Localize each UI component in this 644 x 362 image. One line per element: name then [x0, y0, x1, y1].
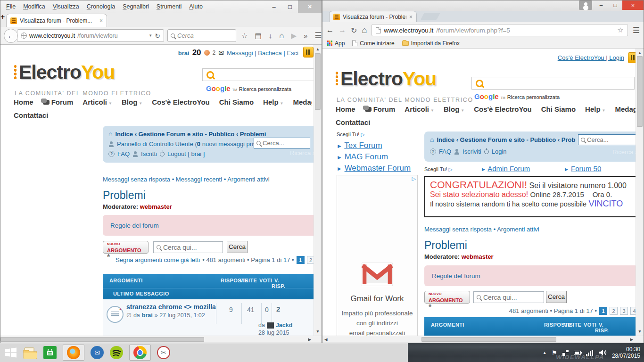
browser-tab[interactable]: Visualizza forum - Problem... ×	[6, 14, 107, 27]
scroll-right-icon[interactable]: ▶	[308, 337, 311, 342]
nav-help[interactable]: Help▼	[585, 105, 605, 113]
faq-link[interactable]: FAQ	[439, 148, 451, 155]
close-button[interactable]: ×	[298, 0, 322, 13]
nav-blog[interactable]: Blog▼	[122, 98, 142, 106]
menu-strumenti[interactable]: Strumenti	[153, 1, 186, 12]
adbar-label[interactable]: Scegli Tu! ▷	[424, 166, 453, 173]
scroll-down-icon[interactable]: ▼	[314, 329, 322, 334]
menu-aiuto[interactable]: Aiuto	[185, 1, 206, 12]
advanced-search-link[interactable]: Ricerca a	[612, 148, 636, 156]
bookmark-star-icon[interactable]: ☆	[239, 32, 249, 40]
back-button[interactable]: ←	[4, 29, 18, 43]
battery-icon[interactable]	[574, 351, 581, 355]
topic-search-field[interactable]	[473, 291, 544, 303]
maximize-button[interactable]: □	[282, 0, 298, 13]
home-icon[interactable]: ⌂	[277, 31, 286, 41]
new-topic-button[interactable]: NUOVO ARGOMENTO *	[424, 291, 470, 304]
logout-link[interactable]: Logout [ brai ]	[167, 150, 205, 157]
vertical-scrollbar[interactable]: ▲ ▼	[314, 45, 322, 336]
register-link[interactable]: Iscriviti	[462, 148, 481, 155]
forward-disabled-icon[interactable]: ▶	[289, 32, 298, 40]
page-1[interactable]: 1	[297, 256, 305, 264]
advanced-search-link[interactable]: Ricerca a	[290, 149, 314, 156]
page-2[interactable]: 2	[307, 256, 314, 264]
forum-rules-link[interactable]: Regole del forum	[432, 272, 480, 280]
scroll-up-icon[interactable]: ▲	[636, 50, 644, 55]
apps-shortcut[interactable]: App	[327, 40, 345, 47]
nav-contattaci[interactable]: Contattaci	[336, 118, 370, 126]
profile-icon[interactable]	[579, 0, 592, 10]
breadcrumb[interactable]: ⌂Indice ‹ Gestione Forum e sito - Pubbli…	[108, 130, 314, 138]
forum-quick-search[interactable]	[254, 138, 310, 148]
scroll-left-icon[interactable]: ◀	[324, 337, 328, 342]
hidden-icons-arrow[interactable]: ▲	[543, 351, 546, 355]
chrome-menu-icon[interactable]: ☰	[633, 25, 640, 35]
scroll-up-icon[interactable]: ▲	[314, 47, 322, 51]
topic-title-link[interactable]: stranezza chrome <> mozilla	[126, 303, 216, 311]
scrollbar-thumb[interactable]	[421, 337, 556, 342]
google-search-input[interactable]	[487, 80, 630, 87]
downloads-icon[interactable]: ↓	[267, 32, 274, 40]
network-signal-icon[interactable]	[586, 349, 594, 356]
scroll-right-icon[interactable]: ▶	[630, 337, 633, 342]
windows-tray-icon[interactable]	[562, 350, 569, 356]
scrollbar-thumb[interactable]	[315, 53, 321, 110]
menu-modifica[interactable]: Modifica	[19, 1, 49, 12]
nav-articoli[interactable]: Articoli▼	[83, 98, 112, 106]
minimize-button[interactable]: –	[594, 0, 608, 10]
topic-search-input[interactable]	[163, 244, 220, 251]
chrome-taskbar-button[interactable]	[129, 345, 151, 361]
site-logo[interactable]: ElectroYou	[335, 69, 436, 89]
file-explorer-icon[interactable]	[23, 347, 37, 359]
reload-icon[interactable]: ↻	[155, 32, 160, 40]
back-button[interactable]: ←	[326, 26, 334, 34]
clipped-widget-button[interactable]	[303, 47, 314, 58]
nav-cose[interactable]: Cos'è ElectroYou	[474, 105, 531, 113]
topic-search-field[interactable]	[153, 241, 223, 253]
page-1[interactable]: 1	[599, 307, 607, 315]
moderator-link[interactable]: webmaster	[462, 253, 494, 260]
faq-link[interactable]: FAQ	[117, 150, 130, 157]
bookmark-importati[interactable]: Importati da Firefox	[402, 40, 460, 47]
vertical-scrollbar[interactable]: ▲ ▼	[636, 49, 644, 336]
url-bar[interactable]: www.electroyou.it /forum/viewforu ▼ ↻	[17, 29, 164, 42]
site-logo[interactable]: ElectroYou	[14, 63, 115, 82]
nav-home[interactable]: Home	[336, 105, 355, 113]
reload-button[interactable]: ↻	[351, 26, 357, 35]
tab-close-icon[interactable]: ×	[99, 17, 103, 24]
omnibox[interactable]: www.electroyou.it /forum/viewforum.php?f…	[372, 24, 627, 36]
bookmark-come-iniziare[interactable]: Come iniziare	[352, 40, 394, 47]
scrollbar-thumb[interactable]	[637, 56, 643, 127]
menu-cronologia[interactable]: Cronologia	[83, 1, 119, 12]
tab-close-icon[interactable]: ×	[409, 14, 413, 20]
close-button[interactable]: ×	[622, 0, 644, 10]
sidebar-link-mag[interactable]: ► MAG Forum	[337, 152, 388, 162]
forum-rules-link[interactable]: Regole del forum	[110, 222, 159, 229]
nav-cose[interactable]: Cos'è ElectroYou	[152, 98, 209, 106]
home-button[interactable]: ⌂	[362, 25, 367, 35]
username-link[interactable]: brai	[178, 49, 190, 57]
start-button-icon[interactable]	[5, 347, 17, 358]
last-post-author-link[interactable]: Jackd	[276, 322, 292, 329]
moderator-link[interactable]: webmaster	[140, 203, 172, 210]
search-bar[interactable]	[167, 29, 236, 42]
thunderbird-icon[interactable]: ✉	[91, 346, 104, 359]
google-search-box[interactable]	[202, 68, 314, 81]
nav-home[interactable]: Home	[14, 98, 33, 106]
nav-contattaci[interactable]: Contattaci	[14, 111, 48, 119]
quick-links[interactable]: Messaggi senza risposta • Messaggi recen…	[103, 176, 270, 183]
minimize-button[interactable]: –	[266, 0, 282, 13]
nav-forum[interactable]: Forum	[43, 98, 74, 106]
mark-read-link[interactable]: Segna argomenti come già letti	[116, 256, 200, 263]
nav-chisiamo[interactable]: Chi Siamo	[541, 105, 576, 113]
nav-chisiamo[interactable]: Chi Siamo	[219, 98, 254, 106]
menu-segnalibri[interactable]: Segnalibri	[119, 1, 153, 12]
search-submit-button[interactable]: Cerca	[546, 291, 567, 303]
scroll-down-icon[interactable]: ▼	[636, 329, 644, 334]
page-3[interactable]: 3	[620, 307, 628, 315]
clipped-widget-button[interactable]	[628, 52, 636, 63]
maximize-button[interactable]: □	[608, 0, 622, 10]
topic-search-input[interactable]	[483, 294, 541, 301]
forum-quick-search-input[interactable]	[263, 140, 307, 147]
adchoices-label[interactable]: Scegli Tu! ▷	[337, 132, 365, 138]
